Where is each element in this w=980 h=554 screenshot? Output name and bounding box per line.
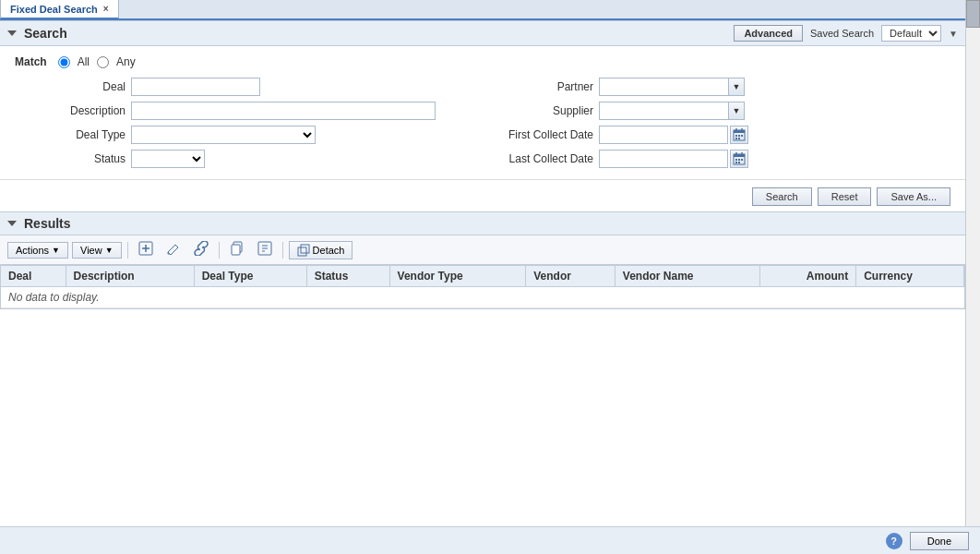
match-all-label: All	[78, 55, 90, 68]
svg-rect-4	[735, 135, 737, 137]
deal-input[interactable]	[131, 78, 260, 96]
actions-dropdown-arrow: ▼	[52, 246, 60, 255]
col-deal-type: Deal Type	[194, 266, 306, 287]
edit-icon-btn[interactable]	[161, 239, 185, 260]
content-area: Search Advanced Saved Search Default ▼ M…	[0, 20, 965, 547]
search-title: Search	[7, 26, 67, 41]
results-table: Deal Description Deal Type Status Vendor…	[1, 266, 964, 308]
col-vendor-type: Vendor Type	[389, 266, 526, 287]
match-any-radio[interactable]	[97, 56, 109, 68]
tab-label: Fixed Deal Search	[10, 4, 98, 15]
toolbar-separator-1	[127, 242, 128, 259]
no-data-row: No data to display.	[1, 287, 964, 308]
match-any-label: Any	[116, 55, 136, 68]
svg-rect-1	[734, 130, 745, 133]
saved-search-select[interactable]: Default	[881, 25, 941, 42]
svg-rect-14	[738, 159, 740, 161]
detach-button[interactable]: Detach	[289, 241, 353, 259]
done-button[interactable]: Done	[910, 532, 969, 550]
search-form: Match All Any Deal Descrip	[0, 46, 965, 180]
partner-label: Partner	[483, 80, 593, 93]
deal-label: Deal	[15, 80, 125, 93]
partner-row: Partner ▼	[483, 78, 950, 96]
reset-button[interactable]: Reset	[818, 187, 872, 206]
copy-icon-btn[interactable]	[225, 239, 249, 260]
toolbar-separator-2	[219, 242, 220, 259]
svg-rect-8	[738, 138, 740, 139]
svg-rect-5	[738, 135, 740, 137]
view-dropdown-arrow: ▼	[105, 246, 114, 255]
first-collect-date-label: First Collect Date	[483, 128, 593, 141]
create-icon-btn[interactable]	[134, 239, 158, 260]
svg-rect-15	[741, 159, 743, 161]
partner-dropdown-btn[interactable]: ▼	[728, 78, 745, 96]
results-title: Results	[7, 216, 71, 231]
first-collect-date-cal-icon[interactable]	[730, 126, 748, 144]
partner-input[interactable]	[599, 78, 728, 96]
supplier-dropdown-btn[interactable]: ▼	[728, 102, 745, 120]
advanced-button[interactable]: Advanced	[734, 25, 803, 42]
first-collect-date-combo	[599, 126, 748, 144]
deal-type-row: Deal Type	[15, 126, 483, 144]
deal-type-select[interactable]	[131, 126, 316, 144]
partner-combo: ▼	[599, 78, 745, 96]
supplier-row: Supplier ▼	[483, 102, 950, 120]
tab-bar: Fixed Deal Search ×	[0, 0, 980, 20]
export-icon-btn[interactable]	[253, 239, 277, 260]
deal-row: Deal	[15, 78, 483, 96]
close-icon[interactable]: ×	[103, 4, 109, 14]
saved-search-label: Saved Search	[810, 28, 874, 39]
supplier-input[interactable]	[599, 102, 728, 120]
footer: ? Done	[0, 526, 980, 554]
svg-rect-17	[738, 162, 740, 163]
status-row: Status	[15, 150, 483, 168]
search-buttons-row: Search Reset Save As...	[0, 180, 965, 211]
link-icon-btn[interactable]	[189, 239, 213, 260]
col-amount: Amount	[759, 266, 855, 287]
search-section-header: Search Advanced Saved Search Default ▼	[0, 20, 965, 46]
collapse-icon[interactable]	[7, 30, 17, 36]
svg-rect-16	[735, 162, 737, 163]
last-collect-date-label: Last Collect Date	[483, 152, 593, 165]
results-section-header: Results	[0, 211, 965, 235]
last-collect-date-cal-icon[interactable]	[730, 150, 748, 168]
results-table-wrapper: Deal Description Deal Type Status Vendor…	[0, 265, 965, 309]
page-wrapper: Fixed Deal Search × Search Advanced Save…	[0, 0, 980, 554]
status-label: Status	[15, 152, 125, 165]
scrollbar-thumb[interactable]	[966, 0, 980, 28]
svg-rect-13	[735, 159, 737, 161]
col-currency: Currency	[856, 266, 964, 287]
results-toolbar: Actions ▼ View ▼	[0, 235, 965, 265]
match-row: Match All Any	[15, 55, 950, 68]
results-collapse-icon[interactable]	[7, 221, 17, 226]
last-collect-date-combo	[599, 150, 748, 168]
toolbar-separator-3	[282, 242, 283, 259]
fixed-deal-search-tab[interactable]: Fixed Deal Search ×	[0, 0, 119, 19]
svg-rect-28	[301, 245, 309, 253]
description-label: Description	[15, 104, 125, 117]
status-select[interactable]	[131, 150, 205, 168]
view-button[interactable]: View ▼	[72, 242, 122, 259]
help-icon[interactable]: ?	[886, 533, 902, 549]
col-vendor-name: Vendor Name	[615, 266, 759, 287]
match-all-radio[interactable]	[58, 56, 70, 68]
col-description: Description	[66, 266, 194, 287]
col-status: Status	[306, 266, 389, 287]
left-fields: Deal Description Deal Type	[15, 78, 483, 174]
description-input[interactable]	[131, 102, 436, 120]
last-collect-date-input[interactable]	[599, 150, 728, 168]
svg-rect-7	[735, 138, 737, 139]
svg-rect-10	[734, 154, 745, 157]
saved-search-dropdown-arrow[interactable]: ▼	[949, 29, 958, 39]
search-button[interactable]: Search	[752, 187, 812, 206]
last-collect-date-row: Last Collect Date	[483, 150, 950, 168]
right-fields: Partner ▼ Supplier ▼	[483, 78, 950, 174]
description-row: Description	[15, 102, 483, 120]
actions-button[interactable]: Actions ▼	[7, 242, 68, 259]
first-collect-date-input[interactable]	[599, 126, 728, 144]
deal-type-label: Deal Type	[15, 128, 125, 141]
save-as-button[interactable]: Save As...	[877, 187, 950, 206]
col-vendor: Vendor	[526, 266, 615, 287]
svg-rect-27	[298, 247, 306, 256]
right-scrollbar[interactable]	[965, 0, 980, 526]
